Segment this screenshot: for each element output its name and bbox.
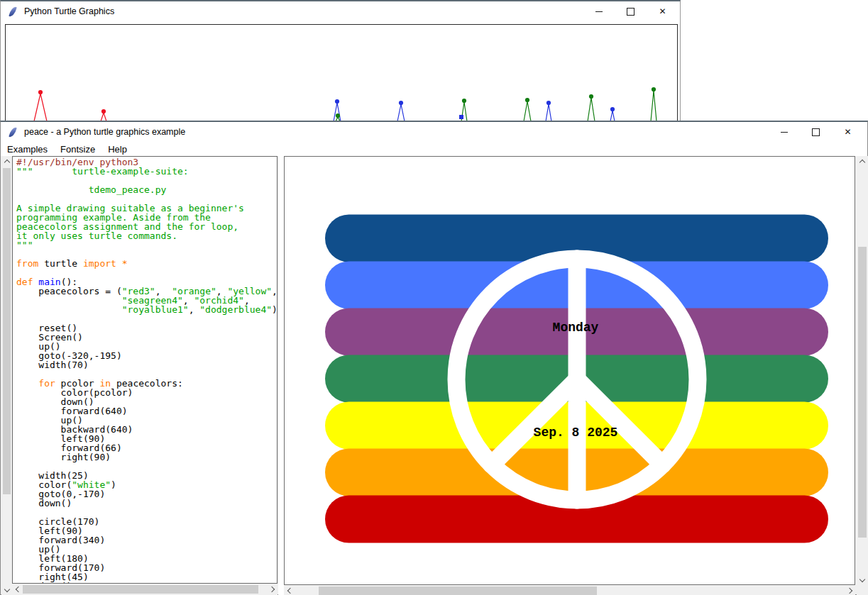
desktop: Python Turtle Graphics ✕ peace - a Pytho… [0, 0, 868, 595]
menubar: Examples Fontsize Help [1, 142, 867, 156]
turtle-tree [101, 109, 106, 121]
scroll-up-button[interactable] [857, 156, 868, 167]
maximize-button[interactable] [615, 1, 647, 21]
code-line: it only uses turtle commands. [16, 231, 277, 240]
code-line: down() [16, 499, 277, 508]
turtle-tree [34, 90, 47, 121]
pane-divider[interactable] [278, 156, 284, 595]
close-icon: ✕ [844, 127, 851, 137]
turtle-tree [651, 87, 657, 121]
back-titlebar[interactable]: Python Turtle Graphics ✕ [1, 1, 680, 21]
scroll-up-button[interactable] [1, 156, 12, 167]
code-line: from turtle import * [16, 259, 277, 268]
back-window: Python Turtle Graphics ✕ [0, 0, 681, 124]
chevron-right-icon [268, 586, 274, 592]
close-icon: ✕ [659, 6, 666, 16]
front-window: peace - a Python turtle graphics example… [0, 121, 868, 595]
code-line: "royalblue1", "dodgerblue4") [16, 305, 277, 314]
scroll-left-button[interactable] [12, 584, 23, 595]
canvas-text-label: Monday [553, 321, 599, 335]
front-window-controls: ✕ [768, 122, 867, 142]
canvas-horizontal-scrollbar[interactable] [284, 585, 855, 595]
chevron-left-icon [287, 588, 292, 594]
canvas-vertical-scrollbar[interactable] [857, 156, 868, 585]
turtle-mark [459, 115, 463, 119]
code-horizontal-scrollbar[interactable] [12, 584, 278, 595]
minimize-button[interactable] [583, 1, 615, 21]
scroll-right-button[interactable] [267, 584, 278, 595]
turtle-tree [610, 107, 615, 121]
menu-help[interactable]: Help [101, 143, 133, 156]
maximize-icon [627, 8, 634, 16]
chevron-up-icon [4, 159, 9, 165]
maximize-icon [812, 128, 820, 136]
turtle-tree [524, 98, 531, 121]
menu-fontsize[interactable]: Fontsize [54, 143, 101, 156]
front-titlebar[interactable]: peace - a Python turtle graphics example… [1, 122, 867, 142]
chevron-down-icon [859, 576, 865, 582]
turtle-trees-drawing [6, 25, 676, 123]
code-line: right(90) [16, 452, 277, 462]
chevron-up-icon [859, 159, 865, 165]
chevron-down-icon [4, 586, 9, 591]
code-hscroll-thumb[interactable] [23, 585, 258, 594]
canvas-text-label: Sep. 8 2025 [534, 426, 618, 440]
scroll-down-button[interactable] [857, 574, 868, 585]
front-window-title: peace - a Python turtle graphics example [24, 127, 185, 137]
close-button[interactable]: ✕ [647, 1, 679, 21]
scrollbar-corner [857, 585, 868, 595]
back-turtle-canvas [5, 24, 678, 126]
code-line: width(70) [16, 360, 277, 369]
close-button[interactable]: ✕ [832, 122, 864, 142]
code-vertical-scrollbar[interactable] [1, 156, 12, 595]
minimize-button[interactable] [768, 122, 800, 142]
canvas-vscroll-thumb[interactable] [858, 247, 867, 538]
scroll-right-button[interactable] [845, 585, 855, 595]
scroll-down-button[interactable] [1, 584, 12, 595]
turtle-graphics-canvas: MondaySep. 8 2025 [284, 156, 855, 585]
tk-feather-icon [9, 126, 16, 138]
tk-feather-icon [9, 6, 16, 17]
turtle-tree [546, 101, 551, 121]
menu-examples[interactable]: Examples [1, 143, 54, 156]
minimize-icon [595, 11, 603, 12]
chevron-right-icon [846, 588, 852, 594]
code-vscroll-thumb[interactable] [3, 168, 11, 494]
code-line: """ turtle-example-suite: [16, 167, 277, 176]
chevron-left-icon [15, 586, 21, 592]
turtle-tree [397, 101, 405, 121]
code-line: tdemo_peace.py [16, 185, 277, 194]
peace-drawing: MondaySep. 8 2025 [285, 157, 855, 584]
minimize-icon [781, 132, 788, 133]
back-window-title: Python Turtle Graphics [24, 6, 114, 16]
scroll-left-button[interactable] [284, 585, 295, 595]
turtle-tree [588, 94, 595, 121]
maximize-button[interactable] [800, 122, 832, 142]
code-line: """ [16, 240, 277, 250]
demo-content: #!/usr/bin/env python3""" turtle-example… [1, 156, 867, 594]
source-code-view[interactable]: #!/usr/bin/env python3""" turtle-example… [12, 156, 278, 584]
canvas-hscroll-thumb[interactable] [319, 586, 597, 595]
back-window-controls: ✕ [583, 1, 682, 21]
